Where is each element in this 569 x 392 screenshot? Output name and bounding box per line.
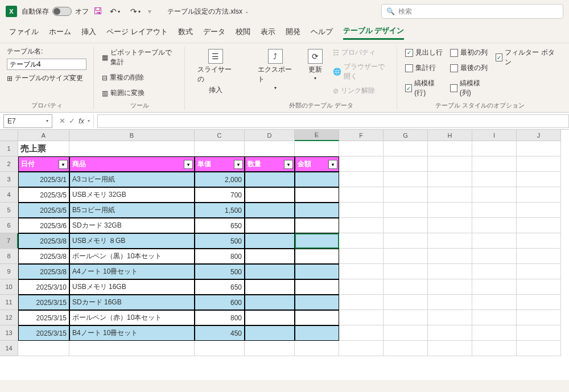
tab-insert[interactable]: 挿入 bbox=[81, 27, 96, 39]
cell[interactable]: USBメモリ ８GB bbox=[69, 233, 195, 249]
cell[interactable] bbox=[339, 203, 384, 218]
row-header-12[interactable]: 12 bbox=[0, 310, 18, 325]
col-header-C[interactable]: C bbox=[195, 130, 245, 141]
cell[interactable] bbox=[384, 325, 428, 341]
cell[interactable] bbox=[428, 156, 472, 172]
save-icon[interactable]: 🖫 bbox=[93, 6, 102, 16]
row-header-13[interactable]: 13 bbox=[0, 325, 18, 341]
tab-home[interactable]: ホーム bbox=[49, 27, 71, 39]
cell[interactable] bbox=[517, 310, 561, 325]
cancel-icon[interactable]: ✕ bbox=[59, 117, 65, 125]
autosave-toggle[interactable]: 自動保存 オフ bbox=[22, 7, 89, 16]
cell[interactable] bbox=[472, 233, 517, 249]
cell[interactable] bbox=[295, 264, 339, 279]
cell[interactable] bbox=[384, 310, 428, 325]
cell[interactable] bbox=[339, 156, 384, 172]
cell[interactable] bbox=[472, 279, 517, 295]
spreadsheet-grid[interactable]: A B C D E F G H I J 1234567891011121314 … bbox=[0, 130, 569, 380]
toggle-switch[interactable] bbox=[52, 7, 72, 16]
cell[interactable] bbox=[472, 218, 517, 233]
col-header-J[interactable]: J bbox=[517, 130, 561, 141]
cell[interactable] bbox=[384, 203, 428, 218]
cell[interactable] bbox=[428, 279, 472, 295]
col-header-B[interactable]: B bbox=[69, 130, 195, 141]
undo-button[interactable]: ↶ ▾ bbox=[107, 7, 123, 16]
cell[interactable]: ボールペン（赤）10本セット bbox=[69, 310, 195, 325]
cell[interactable] bbox=[472, 203, 517, 218]
cell[interactable] bbox=[339, 233, 384, 249]
table-header-0[interactable]: 日付▾ bbox=[18, 156, 69, 172]
cell[interactable] bbox=[339, 218, 384, 233]
cell[interactable]: 2025/3/8 bbox=[18, 264, 69, 279]
header-row-checkbox[interactable]: ✓見出し行 bbox=[405, 47, 444, 59]
last-col-checkbox[interactable]: 最後の列 bbox=[450, 62, 489, 74]
filter-button[interactable]: ▾ bbox=[184, 160, 193, 169]
title-cell[interactable]: 売上票 bbox=[18, 141, 69, 156]
cell[interactable] bbox=[384, 141, 428, 156]
name-box[interactable]: E7 ▾ bbox=[3, 114, 52, 128]
cell[interactable] bbox=[339, 264, 384, 279]
cell[interactable]: B5コピー用紙 bbox=[69, 203, 195, 218]
cell[interactable]: 500 bbox=[195, 264, 245, 279]
table-header-3[interactable]: 数量▾ bbox=[245, 156, 295, 172]
cell[interactable]: 500 bbox=[195, 233, 245, 249]
col-header-G[interactable]: G bbox=[384, 130, 428, 141]
cell[interactable] bbox=[517, 233, 561, 249]
convert-range-button[interactable]: ▥範囲に変換 bbox=[102, 87, 145, 99]
cell[interactable]: ボールペン（黒）10本セット bbox=[69, 249, 195, 264]
cell[interactable]: A3コピー用紙 bbox=[69, 172, 195, 187]
row-header-4[interactable]: 4 bbox=[0, 187, 18, 203]
cell[interactable]: SDカード 16GB bbox=[69, 295, 195, 310]
table-header-4[interactable]: 金額▾ bbox=[295, 156, 339, 172]
cell[interactable]: 2025/3/15 bbox=[18, 310, 69, 325]
cell[interactable] bbox=[517, 187, 561, 203]
col-header-D[interactable]: D bbox=[245, 130, 295, 141]
cell[interactable]: 2025/3/8 bbox=[18, 249, 69, 264]
cell[interactable] bbox=[384, 187, 428, 203]
cell[interactable] bbox=[384, 249, 428, 264]
cell[interactable] bbox=[472, 341, 517, 356]
filter-button[interactable]: ▾ bbox=[328, 160, 337, 169]
cell[interactable] bbox=[245, 218, 295, 233]
cell[interactable] bbox=[384, 172, 428, 187]
cell[interactable] bbox=[295, 249, 339, 264]
table-header-1[interactable]: 商品▾ bbox=[69, 156, 195, 172]
col-header-F[interactable]: F bbox=[339, 130, 384, 141]
cell[interactable] bbox=[428, 325, 472, 341]
cell[interactable] bbox=[428, 264, 472, 279]
cell[interactable] bbox=[472, 295, 517, 310]
cell[interactable] bbox=[295, 187, 339, 203]
cell[interactable]: 650 bbox=[195, 279, 245, 295]
cell[interactable] bbox=[428, 187, 472, 203]
col-header-H[interactable]: H bbox=[428, 130, 472, 141]
filter-button[interactable]: ▾ bbox=[284, 160, 293, 169]
cell[interactable] bbox=[69, 341, 195, 356]
cell[interactable] bbox=[472, 156, 517, 172]
tab-developer[interactable]: 開発 bbox=[286, 27, 300, 39]
tab-data[interactable]: データ bbox=[203, 27, 225, 39]
cell[interactable] bbox=[428, 141, 472, 156]
tab-table-design[interactable]: テーブル デザイン bbox=[343, 26, 405, 40]
cell[interactable]: 2025/3/1 bbox=[18, 172, 69, 187]
filter-button-checkbox[interactable]: ✓フィルター ボタン bbox=[496, 47, 555, 68]
cell[interactable] bbox=[69, 141, 195, 156]
cell[interactable]: 2,000 bbox=[195, 172, 245, 187]
cell[interactable] bbox=[384, 279, 428, 295]
tab-page-layout[interactable]: ページ レイアウト bbox=[106, 27, 168, 39]
table-header-2[interactable]: 単価▾ bbox=[195, 156, 245, 172]
cell[interactable] bbox=[245, 187, 295, 203]
cell[interactable] bbox=[339, 295, 384, 310]
cell[interactable]: B4ノート 10冊セット bbox=[69, 325, 195, 341]
cell[interactable] bbox=[245, 341, 295, 356]
cell[interactable] bbox=[245, 141, 295, 156]
cell[interactable] bbox=[517, 203, 561, 218]
cell[interactable] bbox=[339, 141, 384, 156]
summarize-pivot-button[interactable]: ▦ピボットテーブルで集計 bbox=[102, 47, 178, 68]
cell[interactable] bbox=[428, 203, 472, 218]
export-button[interactable]: ⤴ エクスポート ▾ bbox=[253, 47, 298, 93]
cell[interactable] bbox=[472, 310, 517, 325]
cell[interactable] bbox=[295, 172, 339, 187]
cell[interactable]: 800 bbox=[195, 249, 245, 264]
cell[interactable]: 1,500 bbox=[195, 203, 245, 218]
cell[interactable] bbox=[245, 295, 295, 310]
